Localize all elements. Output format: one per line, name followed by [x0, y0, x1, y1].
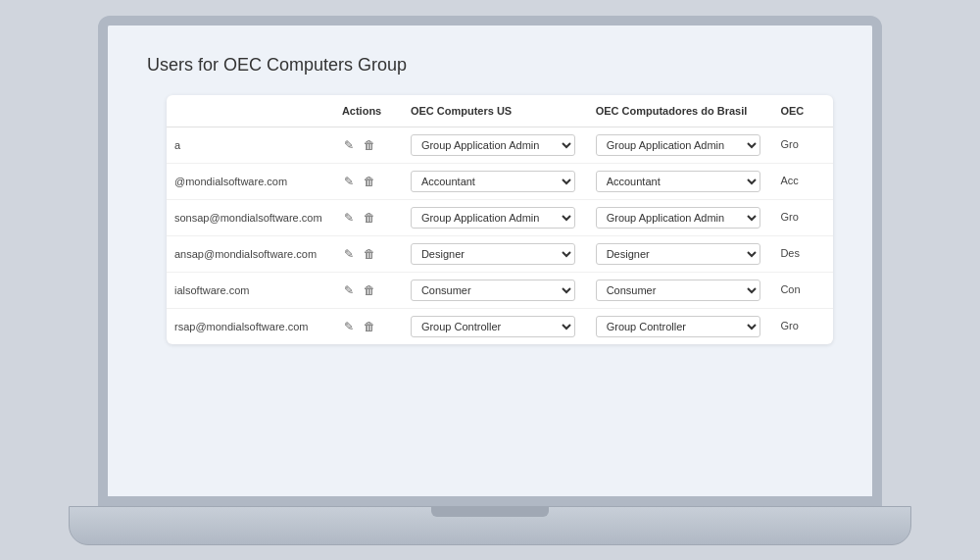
table-row: a✎🗑Group Application AdminAccountantDesi…: [167, 127, 833, 163]
oec-brasil-role-cell[interactable]: Group Application AdminAccountantDesigne…: [588, 199, 773, 235]
user-email-cell: ansap@mondialsoftware.com: [167, 235, 334, 272]
oec-brasil-role-select[interactable]: Group Application AdminAccountantDesigne…: [596, 316, 760, 337]
trash-icon: 🗑: [364, 320, 375, 333]
user-email-cell: a: [167, 127, 334, 163]
edit-icon: ✎: [344, 211, 354, 225]
edit-button[interactable]: ✎: [342, 209, 356, 227]
oec-us-role-cell[interactable]: Group Application AdminAccountantDesigne…: [403, 272, 588, 308]
trash-icon: 🗑: [364, 211, 375, 225]
oec-other-role-cell: Con: [772, 272, 833, 308]
table-header-row: Actions OEC Computers US OEC Computadore…: [167, 95, 833, 127]
col-header-actions: Actions: [334, 95, 403, 127]
table-row: ialsoftware.com✎🗑Group Application Admin…: [167, 272, 833, 308]
page-title: Users for OEC Computers Group: [147, 55, 833, 76]
oec-us-role-select[interactable]: Group Application AdminAccountantDesigne…: [411, 207, 575, 229]
edit-icon: ✎: [344, 283, 354, 297]
edit-button[interactable]: ✎: [342, 173, 356, 190]
col-header-oec-us: OEC Computers US: [403, 95, 588, 127]
table-row: @mondialsoftware.com✎🗑Group Application …: [167, 163, 833, 199]
laptop-base: [69, 506, 911, 545]
oec-other-role-cell: Gro: [772, 199, 833, 235]
oec-brasil-role-select[interactable]: Group Application AdminAccountantDesigne…: [596, 243, 760, 265]
trash-icon: 🗑: [364, 175, 375, 188]
actions-cell: ✎🗑: [334, 127, 403, 163]
users-table: Actions OEC Computers US OEC Computadore…: [167, 95, 833, 344]
col-header-oec-brasil: OEC Computadores do Brasil: [588, 95, 773, 127]
oec-brasil-role-cell[interactable]: Group Application AdminAccountantDesigne…: [588, 272, 773, 308]
oec-brasil-role-select[interactable]: Group Application AdminAccountantDesigne…: [596, 171, 760, 192]
oec-other-role-cell: Acc: [772, 163, 833, 199]
edit-icon: ✎: [344, 175, 354, 188]
delete-button[interactable]: 🗑: [362, 281, 377, 299]
laptop-hinge: [431, 507, 549, 517]
edit-button[interactable]: ✎: [342, 136, 356, 154]
table-container: Actions OEC Computers US OEC Computadore…: [167, 95, 833, 344]
table-row: rsap@mondialsoftware.com✎🗑Group Applicat…: [167, 308, 833, 344]
page-area: Users for OEC Computers Group Actions OE…: [108, 25, 872, 364]
oec-brasil-role-cell[interactable]: Group Application AdminAccountantDesigne…: [588, 308, 773, 344]
table-row: ansap@mondialsoftware.com✎🗑Group Applica…: [167, 235, 833, 272]
oec-us-role-cell[interactable]: Group Application AdminAccountantDesigne…: [403, 235, 588, 272]
edit-icon: ✎: [344, 247, 354, 261]
edit-icon: ✎: [344, 138, 354, 152]
user-email-cell: @mondialsoftware.com: [167, 163, 334, 199]
trash-icon: 🗑: [364, 138, 375, 152]
laptop-frame: Users for OEC Computers Group Actions OE…: [69, 16, 911, 545]
col-header-oec-other: OEC: [772, 95, 833, 127]
trash-icon: 🗑: [364, 247, 375, 261]
oec-other-role-cell: Gro: [772, 308, 833, 344]
trash-icon: 🗑: [364, 283, 375, 297]
edit-button[interactable]: ✎: [342, 318, 356, 335]
edit-button[interactable]: ✎: [342, 281, 356, 299]
delete-button[interactable]: 🗑: [362, 209, 377, 227]
col-header-email: [167, 95, 334, 127]
oec-us-role-select[interactable]: Group Application AdminAccountantDesigne…: [411, 171, 575, 192]
screen-content: Users for OEC Computers Group Actions OE…: [108, 25, 872, 496]
oec-brasil-role-cell[interactable]: Group Application AdminAccountantDesigne…: [588, 163, 773, 199]
oec-us-role-select[interactable]: Group Application AdminAccountantDesigne…: [411, 316, 575, 337]
delete-button[interactable]: 🗑: [362, 173, 377, 190]
actions-cell: ✎🗑: [334, 199, 403, 235]
oec-brasil-role-select[interactable]: Group Application AdminAccountantDesigne…: [596, 134, 760, 156]
oec-brasil-role-select[interactable]: Group Application AdminAccountantDesigne…: [596, 207, 760, 229]
oec-brasil-role-cell[interactable]: Group Application AdminAccountantDesigne…: [588, 235, 773, 272]
oec-us-role-cell[interactable]: Group Application AdminAccountantDesigne…: [403, 163, 588, 199]
edit-button[interactable]: ✎: [342, 245, 356, 263]
oec-us-role-select[interactable]: Group Application AdminAccountantDesigne…: [411, 134, 575, 156]
user-email-cell: rsap@mondialsoftware.com: [167, 308, 334, 344]
actions-cell: ✎🗑: [334, 163, 403, 199]
oec-other-role-cell: Des: [772, 235, 833, 272]
laptop-screen: Users for OEC Computers Group Actions OE…: [98, 16, 882, 506]
oec-us-role-cell[interactable]: Group Application AdminAccountantDesigne…: [403, 308, 588, 344]
oec-other-role-cell: Gro: [772, 127, 833, 163]
edit-icon: ✎: [344, 320, 354, 333]
user-email-cell: sonsap@mondialsoftware.com: [167, 199, 334, 235]
oec-us-role-cell[interactable]: Group Application AdminAccountantDesigne…: [403, 199, 588, 235]
table-row: sonsap@mondialsoftware.com✎🗑Group Applic…: [167, 199, 833, 235]
actions-cell: ✎🗑: [334, 272, 403, 308]
oec-us-role-cell[interactable]: Group Application AdminAccountantDesigne…: [403, 127, 588, 163]
oec-us-role-select[interactable]: Group Application AdminAccountantDesigne…: [411, 243, 575, 265]
oec-brasil-role-cell[interactable]: Group Application AdminAccountantDesigne…: [588, 127, 773, 163]
delete-button[interactable]: 🗑: [362, 136, 377, 154]
delete-button[interactable]: 🗑: [362, 318, 377, 335]
actions-cell: ✎🗑: [334, 235, 403, 272]
actions-cell: ✎🗑: [334, 308, 403, 344]
oec-us-role-select[interactable]: Group Application AdminAccountantDesigne…: [411, 280, 575, 301]
user-email-cell: ialsoftware.com: [167, 272, 334, 308]
delete-button[interactable]: 🗑: [362, 245, 377, 263]
oec-brasil-role-select[interactable]: Group Application AdminAccountantDesigne…: [596, 280, 760, 301]
